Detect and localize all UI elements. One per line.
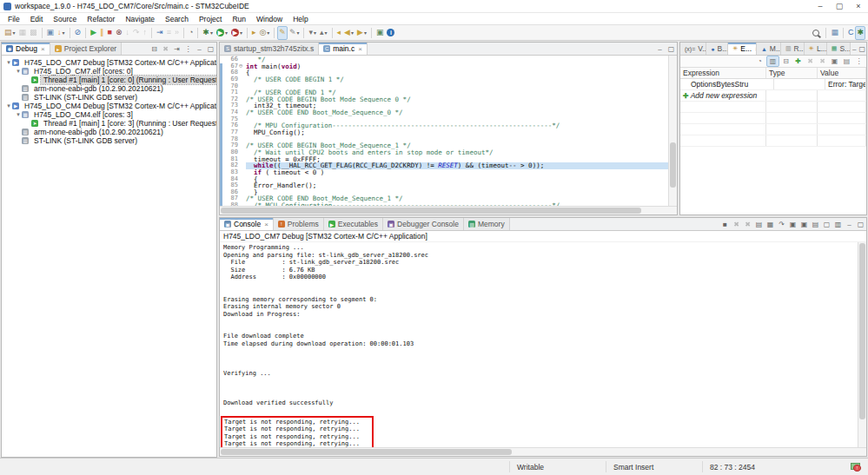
close-window-button[interactable]: × xyxy=(849,0,868,12)
column-header-value[interactable]: Value xyxy=(818,68,866,78)
tree-row[interactable]: ▥arm-none-eabi-gdb (10.2.90.20210621) xyxy=(3,84,216,93)
scroll-lock-icon[interactable]: ▦ xyxy=(765,219,776,229)
code-line[interactable]: 68{ xyxy=(220,69,668,76)
tab-problems[interactable]: !Problems xyxy=(274,218,324,230)
code-line[interactable]: 70 xyxy=(220,83,668,90)
maximize-view-icon[interactable]: ▢ xyxy=(855,219,866,229)
new-button[interactable]: ▤▾ xyxy=(3,26,17,40)
tab-b-[interactable]: ●B... xyxy=(706,43,728,55)
mark-occurrences-button[interactable]: ✎ xyxy=(277,26,288,40)
show-logical-structure-icon[interactable]: ◔ xyxy=(754,56,765,66)
show-stderr-icon[interactable]: ▣ xyxy=(798,219,810,229)
forward-button[interactable]: ▶▾ xyxy=(355,26,368,40)
connect-icon[interactable]: ⇥ xyxy=(171,43,182,54)
expression-cell[interactable]: ✚Add new expression xyxy=(680,90,766,101)
code-line[interactable]: 66 */ xyxy=(220,56,668,63)
collapse-all-icon[interactable]: ⊟ xyxy=(149,43,160,54)
code-line[interactable]: 71 /* USER CODE END 1 */ xyxy=(220,89,668,96)
menu-search[interactable]: Search xyxy=(160,13,194,24)
editor-hscroll-thumb[interactable] xyxy=(221,208,641,214)
minimize-view-icon[interactable]: – xyxy=(844,219,855,229)
minimize-view-icon[interactable]: – xyxy=(654,43,666,54)
tab-project-explorer[interactable]: ▸Project Explorer xyxy=(50,43,122,55)
code-line[interactable]: 76 /* MPU Configuration-----------------… xyxy=(220,122,668,129)
code-line[interactable]: 86 } xyxy=(220,189,668,196)
code-editor[interactable]: 66 */67⊖int main(void)68{69 /* USER CODE… xyxy=(220,56,677,214)
new-view-icon[interactable]: ▣ xyxy=(829,56,840,66)
external-tools-button[interactable]: ▶▾ xyxy=(229,26,244,40)
code-line[interactable]: 85 Error_Handler(); xyxy=(220,182,668,189)
debug-config-button[interactable]: ✱▾ xyxy=(201,26,215,40)
show-columns-icon[interactable]: ▥ xyxy=(766,56,779,67)
debug-perspective-button[interactable]: ✱ xyxy=(855,26,865,40)
console-horizontal-scrollbar[interactable] xyxy=(220,447,866,456)
collapse-all-icon[interactable]: ⊟ xyxy=(780,56,792,66)
pin-console-icon[interactable]: ▤ xyxy=(810,219,821,229)
maximize-view-icon[interactable]: ▢ xyxy=(666,43,677,54)
tree-row[interactable]: ▥arm-none-eabi-gdb (10.2.90.20210621) xyxy=(3,128,216,136)
code-lines[interactable]: 66 */67⊖int main(void)68{69 /* USER CODE… xyxy=(220,56,668,206)
code-line[interactable]: 83 if ( timeout < 0 ) xyxy=(220,169,668,176)
view-menu-icon[interactable]: ⋮ xyxy=(182,43,194,54)
menu-window[interactable]: Window xyxy=(251,13,288,24)
word-wrap-icon[interactable]: ↷ xyxy=(776,219,787,229)
code-line[interactable]: 79/* USER CODE BEGIN Boot_Mode_Sequence_… xyxy=(220,142,668,149)
display-console-icon[interactable]: ▥ xyxy=(832,219,844,229)
prev-annotation-button[interactable]: ▴▾ xyxy=(318,26,329,40)
code-line[interactable]: 78 xyxy=(220,136,668,143)
code-line[interactable]: 77 MPU_Config(); xyxy=(220,129,668,136)
tab-executables[interactable]: ▶Executables xyxy=(324,218,383,230)
minimize-window-button[interactable]: – xyxy=(811,0,830,12)
menu-help[interactable]: Help xyxy=(288,13,313,24)
code-line[interactable]: 73 int32_t timeout; xyxy=(220,102,668,109)
tab-l-[interactable]: ✳L... xyxy=(805,43,827,55)
console-output[interactable]: Memory Programming ...Opening and parsin… xyxy=(220,242,858,447)
menu-project[interactable]: Project xyxy=(194,13,227,24)
console-vscroll-thumb[interactable] xyxy=(859,243,865,419)
editor-vscroll-thumb[interactable] xyxy=(670,142,676,188)
code-line[interactable]: 80 /* Wait until CPU2 boots and enters i… xyxy=(220,149,668,156)
search-button[interactable] xyxy=(809,26,823,40)
code-line[interactable]: 75 xyxy=(220,116,668,123)
column-header-expression[interactable]: Expression xyxy=(680,68,766,78)
expression-cell[interactable]: OptionsBytesStru xyxy=(680,79,774,89)
minimize-view-icon[interactable]: – xyxy=(851,43,858,54)
expression-row[interactable]: OptionsBytesStruError: Target not availa… xyxy=(680,79,866,90)
menu-navigate[interactable]: Navigate xyxy=(120,13,160,24)
maximize-view-icon[interactable]: ▢ xyxy=(858,43,866,54)
menu-source[interactable]: Source xyxy=(48,13,82,24)
skip-breakpoints-button[interactable]: ⊘ xyxy=(73,26,83,40)
code-line[interactable]: 67⊖int main(void) xyxy=(220,63,668,70)
maximize-view-icon[interactable]: ▢ xyxy=(205,43,216,54)
view-menu-icon[interactable]: ⋮ xyxy=(853,56,865,66)
terminate-console-icon[interactable]: ■ xyxy=(719,219,731,229)
background-operations-error-icon[interactable]: ! xyxy=(851,463,861,472)
open-element-button[interactable]: ▸ xyxy=(250,26,258,40)
column-header-type[interactable]: Type xyxy=(766,68,818,78)
close-tab-icon[interactable]: × xyxy=(358,45,362,53)
tree-row[interactable]: ▾▦H745_LDO_CM4.elf [cores: 3] xyxy=(3,110,216,119)
code-line[interactable]: 81 timeout = 0xFFFF; xyxy=(220,156,668,163)
next-annotation-button[interactable]: ▾▾ xyxy=(307,26,318,40)
expression-row[interactable]: ✚Add new expression xyxy=(680,90,866,102)
tree-expander-icon[interactable]: ▾ xyxy=(5,59,12,66)
flash-download-button[interactable]: ↓▾ xyxy=(56,26,67,40)
tree-row[interactable]: ➤Thread #1 [main] 1 [core: 0] (Running :… xyxy=(3,76,216,84)
disconnect-button[interactable]: ⊗ xyxy=(114,26,124,40)
suspend-button[interactable]: ∥ xyxy=(98,26,106,40)
editor-vertical-scrollbar[interactable] xyxy=(668,56,677,206)
open-console-icon[interactable]: ▢ xyxy=(821,219,832,229)
run-button[interactable]: ▶▾ xyxy=(215,26,229,40)
tree-row[interactable]: ▥ST-LINK (ST-LINK GDB server) xyxy=(3,93,216,102)
tree-row[interactable]: ▾▶H745_LDO_CM4 Debug [STM32 Cortex-M C/C… xyxy=(3,102,216,110)
fold-marker-icon[interactable]: ⊖ xyxy=(239,63,246,70)
info-button[interactable]: i xyxy=(385,26,396,40)
menu-file[interactable]: File xyxy=(3,13,25,24)
last-edit-button[interactable]: ◂ xyxy=(335,26,343,40)
minimize-view-icon[interactable]: – xyxy=(194,43,205,54)
tab-e-[interactable]: ✳E...× xyxy=(728,43,756,55)
code-line[interactable]: 72/* USER CODE BEGIN Boot_Mode_Sequence_… xyxy=(220,96,668,103)
editor-tab-main-c[interactable]: Cmain.c× xyxy=(319,43,368,55)
code-line[interactable]: 84 { xyxy=(220,176,668,183)
tab-m-[interactable]: ▲M... xyxy=(757,43,781,55)
